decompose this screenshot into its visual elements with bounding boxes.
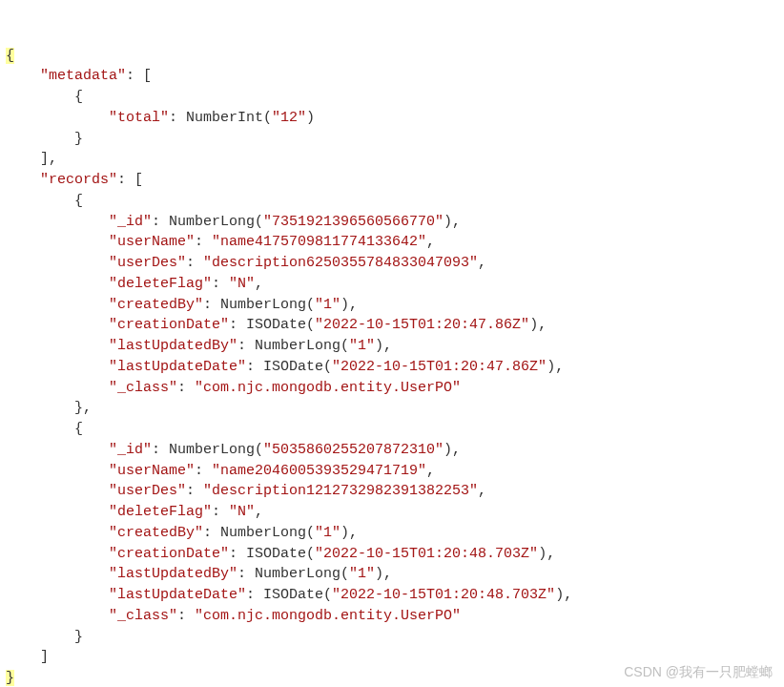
r1-deleteFlag-val: "N": [229, 276, 255, 292]
sep: :: [195, 234, 212, 250]
total-close: ): [306, 110, 315, 126]
comma: ,: [478, 483, 486, 499]
r2-deleteFlag-val: "N": [229, 504, 255, 520]
r2-lastUpdatedBy-key: "lastUpdatedBy": [109, 566, 237, 582]
r2-createdBy-arg: "1": [315, 525, 340, 541]
punct: : ISODate(: [229, 317, 315, 333]
punct: ),: [340, 297, 358, 313]
punct: ],: [40, 151, 57, 167]
r1-creationDate-arg: "2022-10-15T01:20:47.86Z": [315, 317, 529, 333]
root-close-brace: }: [6, 670, 14, 686]
r2-creationDate-arg: "2022-10-15T01:20:48.703Z": [315, 546, 538, 562]
r1-userName-key: "userName": [109, 234, 195, 250]
r2-userDes-val: "description1212732982391382253": [203, 483, 478, 499]
sep: :: [177, 380, 195, 396]
total-arg: "12": [272, 110, 306, 126]
punct: : ISODate(: [246, 587, 332, 603]
r1-deleteFlag-key: "deleteFlag": [109, 276, 212, 292]
punct: {: [74, 421, 83, 437]
sep: :: [177, 608, 195, 624]
sep: :: [212, 276, 229, 292]
r2-class-key: "_class": [109, 608, 177, 624]
punct: ),: [444, 214, 461, 230]
r1-lastUpdateDate-key: "lastUpdateDate": [109, 359, 246, 375]
punct: }: [74, 131, 83, 147]
r1-lastUpdateDate-arg: "2022-10-15T01:20:47.86Z": [332, 359, 547, 375]
r1-userDes-key: "userDes": [109, 255, 186, 271]
r2-creationDate-key: "creationDate": [109, 546, 229, 562]
r2-lastUpdateDate-key: "lastUpdateDate": [109, 587, 246, 603]
punct: ),: [555, 587, 572, 603]
comma: ,: [426, 463, 435, 479]
r1-userDes-val: "description6250355784833047093": [203, 255, 478, 271]
r1-id-key: "_id": [109, 214, 152, 230]
punct: : NumberLong(: [152, 442, 263, 458]
r1-class-key: "_class": [109, 380, 177, 396]
punct: ),: [444, 442, 461, 458]
r2-lastUpdateDate-arg: "2022-10-15T01:20:48.703Z": [332, 587, 555, 603]
r2-id-arg: "5035860255207872310": [263, 442, 444, 458]
punct: ]: [40, 649, 49, 665]
comma: ,: [426, 234, 435, 250]
r2-deleteFlag-key: "deleteFlag": [109, 504, 212, 520]
r1-userName-val: "name4175709811774133642": [212, 234, 426, 250]
punct: : ISODate(: [229, 546, 315, 562]
r1-lastUpdatedBy-arg: "1": [349, 338, 375, 354]
punct: }: [74, 629, 83, 645]
r2-lastUpdatedBy-arg: "1": [349, 566, 375, 582]
punct: ),: [375, 566, 392, 582]
total-key: "total": [109, 110, 169, 126]
punct: : NumberLong(: [237, 566, 349, 582]
root-open-brace: {: [6, 48, 14, 64]
r2-createdBy-key: "createdBy": [109, 525, 203, 541]
comma: ,: [255, 504, 263, 520]
r2-userName-key: "userName": [109, 463, 195, 479]
punct: ),: [538, 546, 555, 562]
punct: : NumberLong(: [203, 297, 315, 313]
r2-userName-val: "name2046005393529471719": [212, 463, 426, 479]
punct: : [: [126, 68, 152, 84]
punct: ),: [375, 338, 392, 354]
punct: ),: [340, 525, 358, 541]
r1-creationDate-key: "creationDate": [109, 317, 229, 333]
comma: ,: [478, 255, 486, 271]
watermark-text: CSDN @我有一只肥螳螂: [624, 662, 773, 681]
r2-id-key: "_id": [109, 442, 152, 458]
comma: ,: [255, 276, 263, 292]
punct: {: [74, 89, 83, 105]
sep: :: [186, 255, 203, 271]
r2-userDes-key: "userDes": [109, 483, 186, 499]
punct: : NumberLong(: [203, 525, 315, 541]
r1-lastUpdatedBy-key: "lastUpdatedBy": [109, 338, 237, 354]
total-call-open: : NumberInt(: [169, 110, 272, 126]
r2-class-val: "com.njc.mongodb.entity.UserPO": [195, 608, 461, 624]
r1-createdBy-arg: "1": [315, 297, 340, 313]
punct: : NumberLong(: [152, 214, 263, 230]
sep: :: [212, 504, 229, 520]
r1-createdBy-key: "createdBy": [109, 297, 203, 313]
r1-id-arg: "7351921396560566770": [263, 214, 444, 230]
punct: },: [74, 400, 92, 416]
metadata-key: "metadata": [40, 68, 126, 84]
punct: : NumberLong(: [237, 338, 349, 354]
punct: ),: [547, 359, 564, 375]
sep: :: [195, 463, 212, 479]
punct: : [: [117, 172, 143, 188]
sep: :: [186, 483, 203, 499]
records-key: "records": [40, 172, 117, 188]
punct: {: [74, 193, 83, 209]
punct: ),: [529, 317, 547, 333]
punct: : ISODate(: [246, 359, 332, 375]
r1-class-val: "com.njc.mongodb.entity.UserPO": [195, 380, 461, 396]
